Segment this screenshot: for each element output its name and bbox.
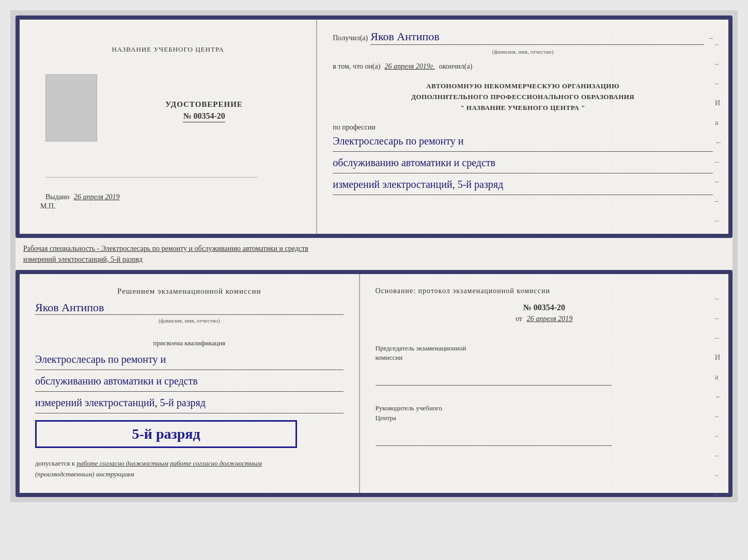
cert-number-prefix: № — [183, 111, 191, 120]
protocol-date-prefix: от — [516, 315, 522, 323]
chairman-line2: комиссии — [376, 353, 713, 362]
commission-title: Решением экзаменационной комиссии — [35, 287, 344, 296]
date-prefix: в том, что он(а) — [333, 62, 380, 71]
director-line2: Центра — [376, 413, 713, 423]
recipient-line: Получил(а) Яков Антипов – — [333, 30, 713, 45]
admission-work-value: работе согласно должностным — [170, 459, 262, 467]
qual-line1: Электрослесарь по ремонту и — [35, 350, 344, 370]
issued-line: Выдано 26 апреля 2019 — [45, 193, 120, 201]
org-line1: АВТОНОМНУЮ НЕКОММЕРЧЕСКУЮ ОРГАНИЗАЦИЮ — [333, 81, 713, 92]
chairman-block: Председатель экзаменационной комиссии — [376, 344, 713, 396]
protocol-number: № 00354-20 — [376, 303, 713, 312]
name-sub-label-top: (фамилия, имя, отчество) — [333, 49, 713, 55]
page-wrapper: НАЗВАНИЕ УЧЕБНОГО ЦЕНТРА УДОСТОВЕРЕНИЕ №… — [10, 10, 738, 502]
admission-text: допускается к работе согласно должностны… — [35, 458, 344, 480]
issued-label: Выдано — [45, 193, 70, 201]
top-document: НАЗВАНИЕ УЧЕБНОГО ЦЕНТРА УДОСТОВЕРЕНИЕ №… — [15, 15, 733, 238]
qualification-text: Электрослесарь по ремонту и обслуживанию… — [35, 350, 344, 415]
profession-line3: измерений электростанций, 5-й разряд — [333, 175, 713, 195]
right-dashes-top: – – – И а ← – – – – — [715, 40, 722, 225]
photo-placeholder — [45, 74, 97, 141]
cert-number: № 00354-20 — [183, 111, 225, 122]
protocol-date-value: 26 апреля 2019 — [527, 315, 572, 323]
protocol-date: от 26 апреля 2019 — [376, 315, 713, 323]
right-page: Получил(а) Яков Антипов – (фамилия, имя,… — [317, 20, 728, 234]
qualification-label: присвоена квалификация — [35, 339, 344, 347]
right-dashes-bottom: – – – И а ← – – – – – — [715, 295, 722, 499]
recipient-name: Яков Антипов — [370, 30, 704, 45]
separator-line2: измерений электростанций, 5-й разряд — [23, 254, 725, 265]
org-line2: ДОПОЛНИТЕЛЬНОГО ПРОФЕССИОНАЛЬНОГО ОБРАЗО… — [333, 92, 713, 103]
director-line1: Руководитель учебного — [376, 404, 713, 413]
date-value: 26 апреля 2019г. — [384, 62, 434, 71]
profession-text: Электрослесарь по ремонту и обслуживанию… — [333, 132, 713, 197]
protocol-number-prefix: № — [523, 303, 532, 312]
qual-line2: обслуживанию автоматики и средств — [35, 372, 344, 392]
bottom-document: Решением экзаменационной комиссии Яков А… — [15, 270, 733, 497]
issued-date: 26 апреля 2019 — [74, 193, 119, 201]
bottom-right: Основание: протокол экзаменационной коми… — [360, 274, 728, 493]
name-sub-label-bottom: (фамилия, имя, отчество) — [35, 317, 344, 324]
bottom-left: Решением экзаменационной комиссии Яков А… — [20, 274, 360, 493]
protocol-number-value: 00354-20 — [534, 303, 565, 312]
cert-number-section: УДОСТОВЕРЕНИЕ № 00354-20 — [165, 100, 243, 122]
date-line: в том, что он(а) 26 апреля 2019г. окончи… — [333, 62, 713, 71]
separator-section: Рабочая специальность - Электрослесарь п… — [15, 238, 733, 270]
qual-line3: измерений электростанций, 5-й разряд — [35, 393, 344, 413]
separator-line1: Рабочая специальность - Электрослесарь п… — [23, 243, 725, 254]
stamp-area: М.П. — [40, 201, 56, 218]
org-block: АВТОНОМНУЮ НЕКОММЕРЧЕСКУЮ ОРГАНИЗАЦИЮ ДО… — [333, 81, 713, 113]
director-title: Руководитель учебного Центра — [376, 404, 713, 422]
date-suffix: окончил(а) — [439, 62, 473, 71]
chairman-title: Председатель экзаменационной комиссии — [376, 344, 713, 362]
org-line3: " НАЗВАНИЕ УЧЕБНОГО ЦЕНТРА " — [333, 103, 713, 114]
basis-title: Основание: протокол экзаменационной коми… — [376, 287, 713, 295]
cert-title: УДОСТОВЕРЕНИЕ — [165, 100, 243, 109]
cert-number-value: 00354-20 — [193, 111, 225, 120]
profession-label: по профессии — [333, 123, 713, 132]
admission-prefix: допускается к — [35, 459, 75, 467]
rank-badge: 5-й разряд — [35, 420, 297, 448]
admission-instructions: (производственным) инструкциям — [35, 470, 134, 478]
profession-line2: обслуживанию автоматики и средств — [333, 153, 713, 173]
left-page: НАЗВАНИЕ УЧЕБНОГО ЦЕНТРА УДОСТОВЕРЕНИЕ №… — [20, 20, 317, 234]
profession-line1: Электрослесарь по ремонту и — [333, 132, 713, 152]
person-name: Яков Антипов — [35, 301, 344, 315]
received-label: Получил(а) — [333, 34, 368, 42]
admission-work: работе согласно должностным — [76, 459, 168, 467]
chairman-signature-line — [376, 375, 612, 386]
director-block: Руководитель учебного Центра — [376, 404, 713, 456]
center-title: НАЗВАНИЕ УЧЕБНОГО ЦЕНТРА — [112, 45, 224, 54]
director-signature-line — [376, 436, 612, 446]
chairman-line1: Председатель экзаменационной — [376, 344, 713, 353]
stamp-label: М.П. — [40, 202, 56, 210]
